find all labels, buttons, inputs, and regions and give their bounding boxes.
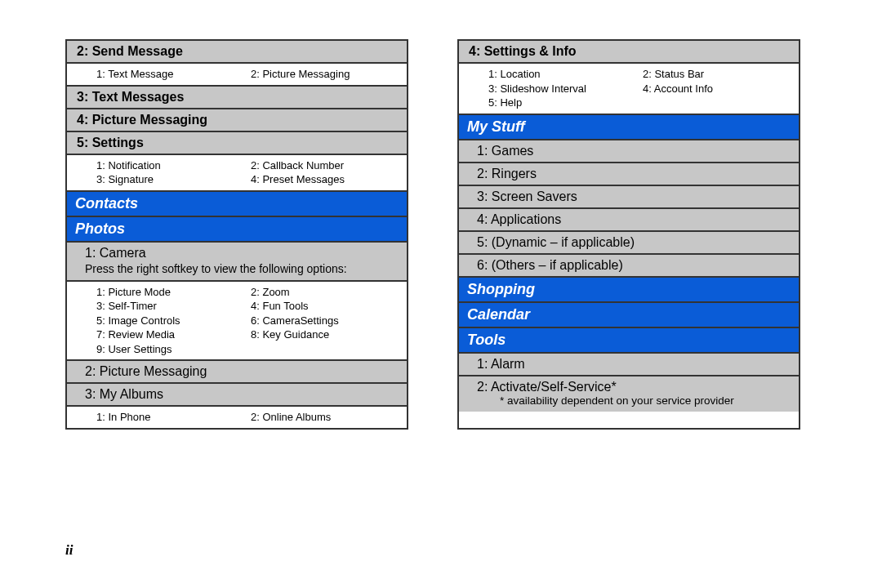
right-column: 4: Settings & Info 1: Location 2: Status… (457, 39, 800, 430)
sub-settings: 1: Notification 2: Callback Number 3: Si… (67, 155, 407, 192)
sub-help: 5: Help (488, 96, 636, 110)
sub-image-controls: 5: Image Controls (96, 314, 244, 328)
sub-preset-messages: 4: Preset Messages (251, 172, 399, 187)
item-alarm: 1: Alarm (459, 354, 799, 376)
header-calendar: Calendar (459, 303, 799, 328)
sub-camera-settings: 6: CameraSettings (251, 314, 399, 328)
item-dynamic: 5: (Dynamic – if applicable) (459, 232, 799, 255)
sub-signature: 3: Signature (96, 172, 244, 187)
sub-self-timer: 3: Self-Timer (96, 299, 244, 314)
sub-my-albums: 1: In Phone 2: Online Albums (67, 407, 407, 428)
sub-send-message: 1: Text Message 2: Picture Messaging (67, 64, 407, 87)
sub-status-bar: 2: Status Bar (643, 67, 791, 82)
sub-account-info: 4: Account Info (643, 82, 791, 96)
sub-location: 1: Location (488, 67, 636, 82)
item-picture-messaging-2: 2: Picture Messaging (67, 361, 407, 384)
item-activate: 2: Activate/Self-Service* (459, 376, 799, 394)
header-my-stuff: My Stuff (459, 115, 799, 140)
sub-slideshow-interval: 3: Slideshow Interval (488, 82, 636, 96)
sub-zoom: 2: Zoom (251, 285, 399, 300)
left-column: 2: Send Message 1: Text Message 2: Pictu… (65, 39, 408, 430)
item-my-albums: 3: My Albums (67, 384, 407, 407)
sub-picture-mode: 1: Picture Mode (96, 285, 244, 300)
header-contacts: Contacts (67, 192, 407, 217)
note-camera: Press the right softkey to view the foll… (67, 261, 407, 282)
sub-camera: 1: Picture Mode 2: Zoom 3: Self-Timer 4:… (67, 282, 407, 362)
sub-in-phone: 1: In Phone (96, 410, 244, 425)
item-screen-savers: 3: Screen Savers (459, 186, 799, 209)
sub-review-media: 7: Review Media (96, 327, 244, 342)
sub-notification: 1: Notification (96, 158, 244, 173)
item-games: 1: Games (459, 140, 799, 163)
item-ringers: 2: Ringers (459, 163, 799, 186)
item-camera: 1: Camera (67, 243, 407, 261)
footnote-activate: * availability dependent on your service… (459, 394, 799, 412)
item-text-messages: 3: Text Messages (67, 87, 407, 109)
sub-picture-messaging: 2: Picture Messaging (251, 67, 399, 82)
sub-settings-info: 1: Location 2: Status Bar 3: Slideshow I… (459, 64, 799, 115)
page-number: ii (65, 542, 73, 559)
header-shopping: Shopping (459, 278, 799, 303)
sub-fun-tools: 4: Fun Tools (251, 299, 399, 314)
item-picture-messaging: 4: Picture Messaging (67, 109, 407, 132)
item-send-message: 2: Send Message (67, 41, 407, 64)
header-tools: Tools (459, 328, 799, 354)
item-settings: 5: Settings (67, 132, 407, 155)
sub-user-settings: 9: User Settings (96, 342, 244, 357)
sub-text-message: 1: Text Message (96, 67, 244, 82)
sub-callback-number: 2: Callback Number (251, 158, 399, 173)
header-photos: Photos (67, 217, 407, 243)
sub-online-albums: 2: Online Albums (251, 410, 399, 425)
item-settings-info: 4: Settings & Info (459, 41, 799, 64)
item-applications: 4: Applications (459, 209, 799, 232)
item-others: 6: (Others – if applicable) (459, 255, 799, 278)
sub-key-guidance: 8: Key Guidance (251, 327, 399, 342)
